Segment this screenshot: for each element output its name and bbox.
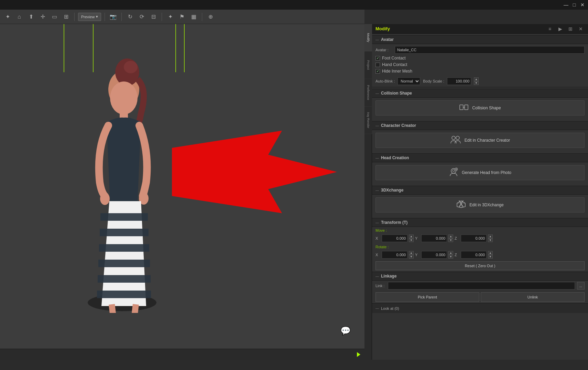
character-figure xyxy=(58,45,189,313)
anim-icon[interactable]: ⟳ xyxy=(137,12,146,22)
svg-rect-13 xyxy=(97,291,151,298)
head-creation-collapse-icon: — xyxy=(375,156,379,160)
side-tab-modify[interactable]: Modify xyxy=(364,24,372,52)
bone-icon[interactable]: ✦ xyxy=(165,12,175,22)
move-x-down[interactable]: ▼ xyxy=(409,238,414,242)
body-scale-up[interactable]: ▲ xyxy=(474,77,479,81)
side-tab-preference[interactable]: Preference xyxy=(364,79,372,107)
avatar-label: Avatar : xyxy=(375,48,393,52)
avatar-section-header[interactable]: — Avatar xyxy=(372,35,588,44)
linkage-section-title: Linkage xyxy=(381,274,396,279)
rotate-x-down[interactable]: ▼ xyxy=(409,255,414,259)
connect-icon[interactable]: ⊕ xyxy=(206,12,215,22)
body-scale-input[interactable] xyxy=(447,77,471,85)
auto-blink-row: Auto-Blink : Normal Fast Slow Off Body S… xyxy=(372,75,588,87)
hide-inner-mesh-label: Hide Inner Mesh xyxy=(382,69,412,74)
unlink-button[interactable]: Unlink xyxy=(481,292,585,302)
linkage-section-header[interactable]: — Linkage xyxy=(372,272,588,281)
linkage-collapse-icon: — xyxy=(375,274,379,278)
chat-icon[interactable]: 💬 xyxy=(340,326,351,336)
collision-section-header[interactable]: — Collision Shape xyxy=(372,89,588,98)
edit-in-character-creator-button[interactable]: Edit in Character Creator xyxy=(375,133,585,148)
move-z-down[interactable]: ▼ xyxy=(488,238,493,242)
character-creator-icon xyxy=(450,135,461,146)
move-x-spinner: ▲ ▼ xyxy=(409,235,414,242)
reset-zero-out-button[interactable]: Reset ( Zero Out ) xyxy=(375,261,585,270)
panel-tab-icon-checker[interactable]: ⊞ xyxy=(567,25,574,33)
rotate-icon[interactable]: ↻ xyxy=(125,12,135,22)
collision-collapse-icon: — xyxy=(375,91,379,95)
play-triangle[interactable] xyxy=(357,352,360,357)
auto-blink-label: Auto-Blink : xyxy=(375,79,395,83)
close-button[interactable]: ✕ xyxy=(580,2,585,8)
hide-inner-mesh-checkbox[interactable]: ✓ xyxy=(375,69,380,74)
body-scale-down[interactable]: ▼ xyxy=(474,81,479,85)
head-creation-section-header[interactable]: — Head Creation xyxy=(372,153,588,162)
generate-head-label: Generate Head from Photo xyxy=(462,170,511,175)
hand-contact-checkbox[interactable]: ✓ xyxy=(375,63,380,67)
move-y-input[interactable] xyxy=(421,235,447,242)
lookat-title: Look at (0) xyxy=(381,306,399,311)
panel-close-icon[interactable]: ✕ xyxy=(577,25,585,33)
rotate-x-up[interactable]: ▲ xyxy=(409,251,414,255)
auto-blink-select[interactable]: Normal Fast Slow Off xyxy=(398,77,420,85)
minimize-button[interactable]: — xyxy=(563,2,569,8)
generate-head-button[interactable]: Generate Head from Photo xyxy=(375,165,585,180)
svg-point-17 xyxy=(452,136,455,140)
transform-section-header[interactable]: — Transform (T) xyxy=(372,218,588,227)
rotate-y-down[interactable]: ▼ xyxy=(448,255,453,259)
side-tab-project[interactable]: Project xyxy=(364,52,372,79)
multi-icon[interactable]: ⊞ xyxy=(61,12,71,22)
move-y-up[interactable]: ▲ xyxy=(448,235,453,238)
move-z-label: Z xyxy=(455,236,459,240)
threedx-section-title: 3DXchange xyxy=(381,188,403,193)
preview-button[interactable]: Preview ▾ xyxy=(78,13,101,21)
move-y-spinner: ▲ ▼ xyxy=(448,235,453,242)
rotate-y-input[interactable] xyxy=(421,251,447,259)
rotate-z-up[interactable]: ▲ xyxy=(488,251,493,255)
rotate-x-label: X xyxy=(375,253,380,257)
rotate-x-input[interactable] xyxy=(382,251,407,259)
scene-icon[interactable]: ⊟ xyxy=(149,12,158,22)
move-z-spinner: ▲ ▼ xyxy=(488,235,493,242)
avatar-collapse-icon: — xyxy=(375,38,379,42)
move-x-input[interactable] xyxy=(382,235,407,242)
edit-in-3dxchange-button[interactable]: Edit in 3DXchange xyxy=(375,197,585,213)
panel-tab-icon-1[interactable]: ≡ xyxy=(546,25,554,33)
head-creation-content: Generate Head from Photo xyxy=(372,162,588,184)
home-icon[interactable]: ⌂ xyxy=(14,12,24,22)
crosshair-icon[interactable]: ✛ xyxy=(38,12,47,22)
character-creator-section-header[interactable]: — Character Creator xyxy=(372,121,588,130)
grid-icon[interactable]: ▦ xyxy=(189,12,198,22)
collision-shape-button[interactable]: Collision Shape xyxy=(375,100,585,116)
foot-contact-checkbox[interactable]: ✓ xyxy=(375,56,380,61)
move-z-up[interactable]: ▲ xyxy=(488,235,493,238)
maximize-button[interactable]: □ xyxy=(571,2,577,8)
camera-icon[interactable]: 📷 xyxy=(108,12,118,22)
link-browse-button[interactable]: ... xyxy=(577,282,585,290)
collision-section-title: Collision Shape xyxy=(381,91,412,96)
move-x-up[interactable]: ▲ xyxy=(409,235,414,238)
flag-icon[interactable]: ⚑ xyxy=(177,12,187,22)
rotate-z-down[interactable]: ▼ xyxy=(488,255,493,259)
transform-section-title: Transform (T) xyxy=(381,220,407,225)
sun-icon[interactable]: ✦ xyxy=(3,12,12,22)
move-z-input[interactable] xyxy=(461,235,487,242)
move-y-down[interactable]: ▼ xyxy=(448,238,453,242)
rect-icon[interactable]: ▭ xyxy=(50,12,59,22)
panel-header: Modify ≡ ▶ ⊞ ✕ xyxy=(372,24,588,34)
pick-parent-button[interactable]: Pick Parent xyxy=(375,292,479,302)
panel-tab-icon-2[interactable]: ▶ xyxy=(556,25,564,33)
svg-rect-15 xyxy=(465,105,468,110)
head-photo-icon xyxy=(449,167,458,178)
rotate-z-input[interactable] xyxy=(461,251,487,259)
side-tab-iray[interactable]: Iray Render xyxy=(364,107,372,134)
svg-rect-11 xyxy=(98,260,150,267)
sep5 xyxy=(202,13,202,21)
import-icon[interactable]: ⬆ xyxy=(26,12,36,22)
threedx-section-header[interactable]: — 3DXchange xyxy=(372,186,588,195)
avatar-name-input[interactable] xyxy=(395,46,585,54)
toolbar: ✦ ⌂ ⬆ ✛ ▭ ⊞ Preview ▾ 📷 ↻ ⟳ ⊟ ✦ ⚑ ▦ ⊕ xyxy=(0,10,364,24)
link-input[interactable] xyxy=(388,282,575,290)
rotate-y-up[interactable]: ▲ xyxy=(448,251,453,255)
